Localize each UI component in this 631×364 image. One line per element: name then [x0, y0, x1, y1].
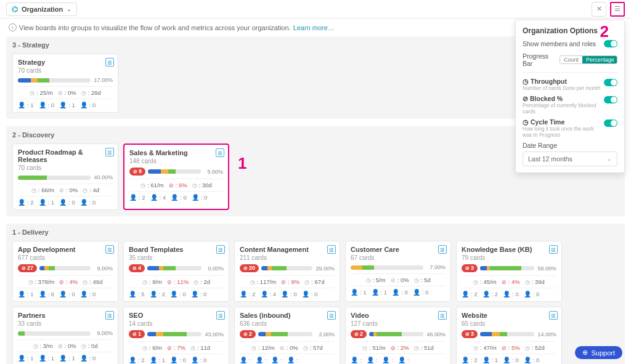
board-card[interactable]: ▥ SEO 14 cards 143.00% ◷: 6/m ⊘: 7% ◷: 1… [123, 307, 229, 364]
settings-button[interactable]: ☰ [610, 2, 625, 17]
card-subtitle: 33 cards [18, 320, 113, 327]
count-option[interactable]: Count [560, 56, 582, 63]
member-count: 👤: [398, 357, 409, 363]
board-card[interactable]: ▥ Sales (inbound) 636 cards 22.00% ◷: 12… [234, 307, 340, 364]
card-subtitle: 636 cards [240, 320, 335, 327]
card-metrics: ◷: 5/m ⊘: 0% ◷: 5d [351, 273, 446, 286]
throughput-toggle[interactable] [604, 79, 617, 86]
board-card[interactable]: ▥ Board Templates 35 cards 40.00% ◷: 8/m… [123, 241, 229, 302]
board-icon[interactable]: ▥ [216, 245, 225, 254]
card-title: Website [462, 312, 556, 319]
learn-more-link[interactable]: Learn more… [293, 24, 335, 31]
user-icon: 👤 [18, 102, 25, 108]
board-icon[interactable]: ▥ [327, 245, 336, 254]
board-card[interactable]: ▥ Content Management 211 cards 2029.00% … [234, 241, 340, 302]
card-members: 👤: 1👤: 1👤: 1👤: 0 [18, 352, 113, 362]
date-range-value: Last 12 months [528, 155, 572, 163]
board-icon[interactable]: ▥ [105, 311, 114, 320]
card-members: 👤: 1👤: 1👤: 0👤: 0 [351, 286, 446, 296]
user-icon: 👤 [392, 289, 399, 296]
throughput-icon: ◷ [473, 279, 478, 285]
member-count: 👤: 1 [18, 355, 34, 362]
user-icon: 👤 [59, 291, 67, 297]
board-icon[interactable]: ▥ [438, 245, 447, 254]
board-card[interactable]: ▥ App Development 677 cards 279.00% ◷: 3… [12, 241, 118, 302]
throughput-label: Throughput [531, 78, 567, 85]
board-icon[interactable]: ▥ [216, 148, 224, 157]
blocked-badge: 3 [462, 330, 478, 338]
user-icon: 👤 [367, 357, 374, 363]
org-selector[interactable]: ⌬ Organization ⌄ [6, 2, 77, 16]
user-icon: 👤 [482, 357, 490, 363]
magic-icon-button[interactable]: ✕ [592, 2, 606, 17]
progress-percent: 0.00% [204, 265, 224, 272]
member-count: 👤: 6 [39, 291, 55, 297]
board-card[interactable]: ▥ Partners 33 cards 9.00% ◷: 3/m ⊘: 0% ◷… [12, 307, 118, 364]
percentage-option[interactable]: Percentage [582, 56, 617, 63]
member-count: 👤: 0 [59, 199, 75, 206]
progress-percent: 9.00% [93, 265, 113, 272]
throughput-icon: ◷ [473, 345, 478, 351]
progress-percent: 40.00% [93, 174, 113, 180]
board-card[interactable]: ▥ Knowledge Base (KB) 79 cards 358.00% ◷… [456, 241, 562, 302]
board-card[interactable]: ▥ Sales & Marketing 148 cards 95.00% ◷: … [123, 144, 229, 210]
user-icon: 👤 [398, 357, 405, 363]
board-card[interactable]: ▥ Strategy 70 cards 17.00% ◷: 25/m ⊘: 0%… [12, 54, 118, 113]
card-subtitle: 70 cards [18, 164, 113, 171]
cycle-icon: ◷ [81, 343, 86, 349]
card-title: Video [351, 312, 446, 319]
blocked-badge: 9 [129, 168, 145, 176]
member-count: 👤: 0 [191, 291, 207, 297]
user-icon: 👤 [524, 357, 531, 363]
member-count: 👤: 1 [59, 355, 75, 362]
card-title: Board Templates [129, 246, 224, 253]
board-card[interactable]: ▥ Customer Care 67 cards 7.00% ◷: 5/m ⊘:… [345, 241, 451, 302]
date-range-dropdown[interactable]: Last 12 months ⌄ [523, 152, 617, 166]
blocked-icon: ⊘ [58, 343, 63, 349]
cycle-toggle[interactable] [604, 119, 617, 127]
support-button[interactable]: ⊕ Support [575, 346, 622, 359]
card-metrics: ◷: 378/m ⊘: 4% ◷: 49d [18, 275, 113, 288]
card-title: Customer Care [351, 246, 446, 253]
blocked-icon: ⊘ [169, 182, 174, 188]
board-group: 1 - Delivery ▥ App Development 677 cards… [6, 224, 625, 364]
blocked-icon: ⊘ [502, 345, 507, 351]
user-icon: 👤 [503, 291, 510, 297]
board-card[interactable]: ▥ Product Roadmap & Releases 70 cards 40… [12, 144, 118, 210]
user-icon: 👤 [462, 291, 469, 297]
blocked-toggle[interactable] [604, 96, 617, 103]
member-count: 👤: 0 [524, 357, 540, 363]
card-title: Knowledge Base (KB) [462, 246, 556, 253]
card-members: 👤: 1👤: 6👤: 0👤: 0 [18, 288, 113, 297]
board-icon[interactable]: ▥ [549, 311, 558, 320]
member-count: 👤: 0 [191, 357, 207, 363]
board-card[interactable]: ▥ Website 65 cards 314.00% ◷: 47/m ⊘: 5%… [456, 307, 562, 364]
card-members: 👤: 👤: 👤: 👤: [351, 354, 446, 363]
annotation-2: 2 [600, 22, 609, 41]
card-title: Product Roadmap & Releases [18, 148, 113, 163]
progress-bar [18, 331, 91, 336]
user-icon: 👤 [18, 291, 25, 297]
board-card[interactable]: ▥ Video 127 cards 246.00% ◷: 51/m ⊘: 2% … [345, 307, 451, 364]
member-count: 👤: 0 [503, 291, 519, 297]
board-icon[interactable]: ▥ [105, 245, 114, 254]
progress-mode-toggle[interactable]: Count Percentage [560, 55, 617, 64]
member-count: 👤: [367, 357, 378, 363]
board-icon[interactable]: ▥ [549, 245, 558, 254]
board-icon[interactable]: ▥ [438, 311, 447, 320]
board-icon[interactable]: ▥ [327, 311, 336, 320]
blocked-label: Blocked % [530, 95, 563, 102]
member-count: 👤: 1 [39, 355, 55, 362]
user-icon: 👤 [382, 357, 389, 363]
board-icon[interactable]: ▥ [216, 311, 225, 320]
blocked-badge: 27 [18, 264, 37, 272]
board-icon[interactable]: ▥ [105, 58, 114, 67]
blocked-icon: ⊘ [391, 345, 396, 351]
user-icon: 👤 [482, 291, 490, 297]
board-icon[interactable]: ▥ [105, 148, 114, 156]
user-icon: 👤 [59, 355, 67, 362]
cycle-icon: ◷ [83, 187, 88, 193]
user-icon: 👤 [80, 355, 88, 362]
throughput-icon: ◷ [142, 279, 147, 285]
card-subtitle: 35 cards [129, 254, 224, 261]
